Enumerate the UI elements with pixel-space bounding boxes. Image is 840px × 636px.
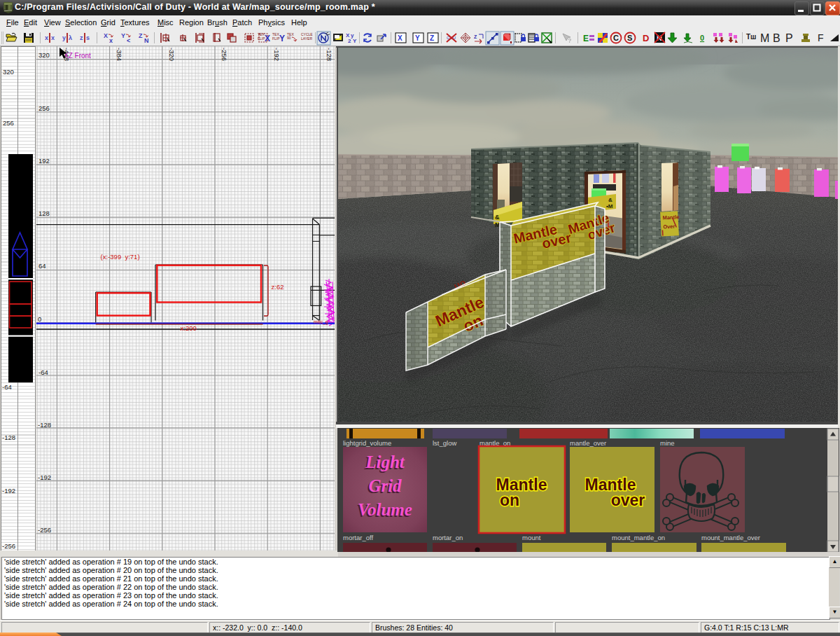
svg-text:x: x bbox=[109, 37, 113, 44]
svg-text:D: D bbox=[643, 33, 649, 43]
svg-text:x: x bbox=[51, 34, 55, 41]
svg-text:N: N bbox=[144, 37, 149, 44]
svg-text:-64: -64 bbox=[2, 383, 12, 391]
svg-text:<: < bbox=[127, 37, 130, 44]
svg-text:mantle_over: mantle_over bbox=[570, 439, 606, 447]
svg-text:-192: -192 bbox=[2, 487, 15, 495]
svg-text:0: 0 bbox=[38, 315, 41, 323]
svg-text:Y: Y bbox=[353, 38, 357, 44]
svg-text:-320: -320 bbox=[168, 48, 176, 61]
svg-text:320: 320 bbox=[3, 68, 14, 76]
svg-text:λ: λ bbox=[69, 34, 72, 41]
svg-text:Grid: Grid bbox=[368, 476, 402, 495]
svg-text:-256: -256 bbox=[220, 48, 228, 61]
svg-text:&: & bbox=[608, 197, 612, 203]
svg-text:M: M bbox=[760, 32, 769, 44]
svg-text:s: s bbox=[86, 34, 90, 41]
svg-text:over: over bbox=[611, 491, 645, 509]
svg-text:mortar_off: mortar_off bbox=[343, 534, 373, 541]
svg-text:Y: Y bbox=[279, 34, 285, 43]
svg-text:B: B bbox=[773, 32, 780, 44]
svg-text:z: z bbox=[80, 34, 83, 41]
svg-text:192: 192 bbox=[38, 157, 50, 165]
svg-text:-192: -192 bbox=[273, 48, 281, 61]
svg-text:mortar_on: mortar_on bbox=[433, 534, 463, 541]
svg-text:-64: -64 bbox=[38, 368, 48, 376]
svg-text:&: & bbox=[495, 214, 500, 221]
svg-text:E: E bbox=[583, 34, 589, 43]
svg-text:-384: -384 bbox=[115, 48, 123, 61]
svg-text:Z: Z bbox=[430, 34, 434, 42]
svg-text:2: 2 bbox=[348, 38, 351, 44]
svg-text:F: F bbox=[818, 32, 824, 43]
svg-text:x:200: x:200 bbox=[181, 324, 197, 332]
svg-text:-128: -128 bbox=[2, 434, 15, 441]
svg-text:-128: -128 bbox=[326, 48, 333, 61]
svg-text:Z: Z bbox=[474, 34, 477, 39]
svg-text:Z: Z bbox=[139, 32, 143, 39]
svg-text:Y: Y bbox=[121, 32, 125, 39]
svg-text:256: 256 bbox=[38, 104, 50, 112]
svg-text:lst_glow: lst_glow bbox=[433, 439, 456, 447]
svg-text:Mantle: Mantle bbox=[662, 214, 679, 221]
svg-text:320: 320 bbox=[38, 51, 50, 59]
svg-text:-256: -256 bbox=[2, 542, 15, 550]
svg-text:0: 0 bbox=[700, 34, 704, 42]
svg-text:mine: mine bbox=[660, 439, 675, 447]
svg-text:Volume: Volume bbox=[358, 500, 412, 519]
svg-text:x: x bbox=[45, 34, 48, 41]
svg-text:S: S bbox=[627, 34, 632, 42]
svg-text:Light: Light bbox=[365, 452, 405, 471]
svg-text:128: 128 bbox=[38, 209, 50, 217]
svg-text:on: on bbox=[500, 491, 519, 509]
svg-text:misc_g: misc_g bbox=[314, 319, 328, 325]
svg-text:y: y bbox=[62, 34, 66, 41]
svg-text:mount_mantle_over: mount_mantle_over bbox=[701, 534, 760, 541]
svg-text:256: 256 bbox=[3, 119, 14, 127]
svg-text:Over: Over bbox=[663, 223, 676, 230]
svg-text:-192: -192 bbox=[38, 473, 51, 481]
svg-text:-128: -128 bbox=[38, 421, 51, 429]
svg-text:64: 64 bbox=[38, 262, 46, 270]
svg-text:-256: -256 bbox=[38, 526, 51, 534]
svg-text:(x:-399 y:71): (x:-399 y:71) bbox=[101, 253, 140, 261]
svg-text:mount_mantle_on: mount_mantle_on bbox=[612, 534, 665, 541]
svg-text:LAYER: LAYER bbox=[301, 36, 312, 41]
svg-text:XZ Front: XZ Front bbox=[64, 52, 91, 60]
svg-text:Tш: Tш bbox=[746, 33, 756, 41]
svg-text:z:62: z:62 bbox=[272, 283, 284, 291]
svg-text:P: P bbox=[785, 32, 793, 44]
svg-text:?: ? bbox=[568, 37, 572, 44]
svg-text:X: X bbox=[398, 34, 402, 42]
svg-text:C: C bbox=[613, 34, 619, 42]
svg-text:•M: •M bbox=[606, 203, 613, 209]
svg-text:X: X bbox=[265, 34, 270, 43]
svg-text:90: 90 bbox=[287, 36, 291, 40]
svg-text:lightgrid_volume: lightgrid_volume bbox=[343, 439, 391, 447]
svg-text:Y: Y bbox=[415, 34, 420, 42]
svg-text:X: X bbox=[104, 32, 108, 39]
svg-text:mount: mount bbox=[522, 534, 541, 541]
